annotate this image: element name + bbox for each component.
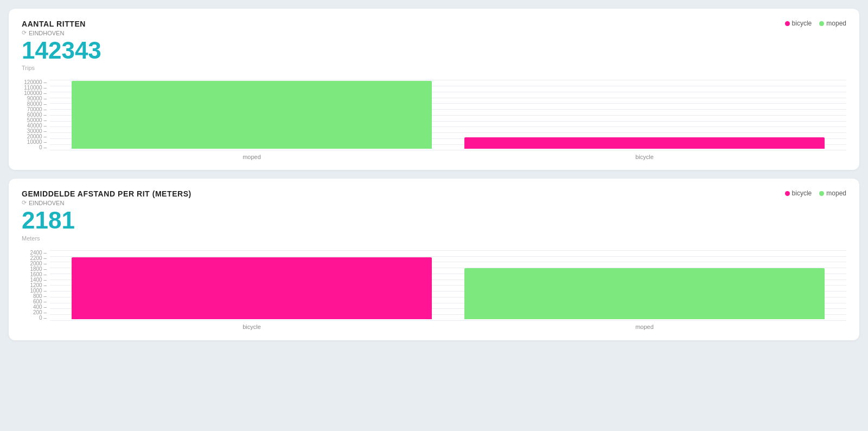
bar-label-moped: moped xyxy=(635,322,654,332)
bar-group: moped xyxy=(464,250,825,332)
bar-container xyxy=(72,80,432,149)
y-label: 0 – xyxy=(22,315,50,321)
card1-y-axis: 0 –10000 –20000 –30000 –40000 –50000 –60… xyxy=(22,80,50,161)
card2-y-axis: 0 –200 –400 –600 –800 –1000 –1200 –1400 … xyxy=(22,250,50,332)
bar-label-moped: moped xyxy=(242,152,261,161)
bicycle-dot-2 xyxy=(785,191,790,196)
bicycle-label: bicycle xyxy=(792,20,812,27)
card1-legend: bicycle moped xyxy=(785,20,846,27)
card1-bars: mopedbicycle xyxy=(50,80,846,161)
bar-label-bicycle: bicycle xyxy=(635,152,654,161)
legend2-moped: moped xyxy=(819,189,846,197)
card2-legend: bicycle moped xyxy=(785,189,846,197)
moped-dot-2 xyxy=(819,191,824,196)
bar-container xyxy=(72,250,432,319)
card2-location: ⟳ EINDHOVEN xyxy=(22,199,192,206)
location-icon-2: ⟳ xyxy=(22,199,27,206)
bar-moped xyxy=(464,268,825,319)
bicycle-label-2: bicycle xyxy=(792,189,812,197)
card1-title: AANTAL RITTEN xyxy=(22,20,101,28)
legend2-bicycle: bicycle xyxy=(785,189,812,197)
card1-chart-body: mopedbicycle xyxy=(50,80,846,161)
card1-value: 142343 xyxy=(22,37,101,64)
legend-bicycle: bicycle xyxy=(785,20,812,27)
location-icon: ⟳ xyxy=(22,29,27,36)
moped-dot xyxy=(819,21,824,26)
bar-label-bicycle: bicycle xyxy=(242,322,261,332)
bicycle-dot xyxy=(785,21,790,26)
bar-moped xyxy=(72,81,432,149)
bar-group: bicycle xyxy=(72,250,432,332)
legend-moped: moped xyxy=(819,20,846,27)
moped-label-2: moped xyxy=(826,189,846,197)
bar-container xyxy=(464,250,825,319)
bar-container xyxy=(464,80,825,149)
bar-group: moped xyxy=(72,80,432,161)
card2-chart-body: bicyclemoped xyxy=(50,250,846,332)
card2-value: 2181 xyxy=(22,207,192,233)
card1-location: ⟳ EINDHOVEN xyxy=(22,29,101,36)
moped-label: moped xyxy=(826,20,846,27)
card-aantal-ritten: AANTAL RITTEN ⟳ EINDHOVEN 142343 Trips b… xyxy=(9,9,859,170)
y-label: 0 – xyxy=(22,145,50,150)
card1-unit: Trips xyxy=(22,65,101,71)
bar-bicycle xyxy=(464,137,825,149)
card2-bars: bicyclemoped xyxy=(50,250,846,332)
bar-bicycle xyxy=(72,257,432,319)
bar-group: bicycle xyxy=(464,80,825,161)
card2-chart: 0 –200 –400 –600 –800 –1000 –1200 –1400 … xyxy=(22,250,846,332)
card-gemiddelde-afstand: GEMIDDELDE AFSTAND PER RIT (METERS) ⟳ EI… xyxy=(9,179,859,340)
card1-chart: 0 –10000 –20000 –30000 –40000 –50000 –60… xyxy=(22,80,846,161)
card2-title: GEMIDDELDE AFSTAND PER RIT (METERS) xyxy=(22,189,192,198)
card2-unit: Meters xyxy=(22,235,192,242)
